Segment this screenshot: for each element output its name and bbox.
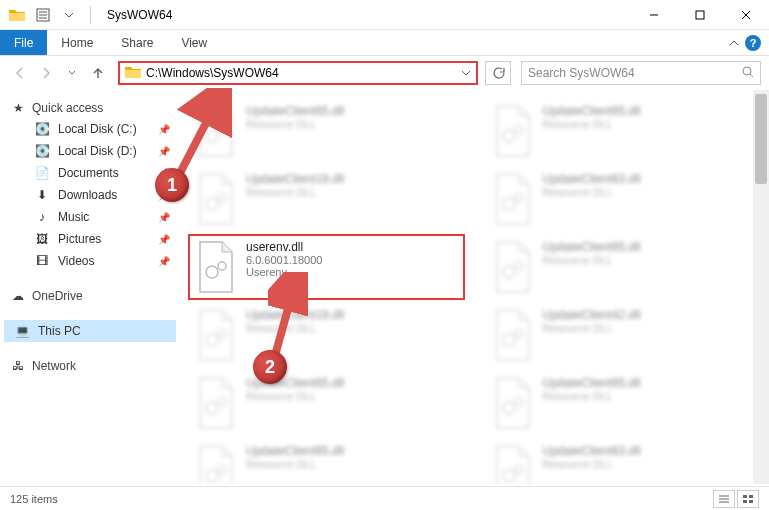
file-item[interactable]: UpdateClient63.dll Resource DLL: [485, 166, 762, 232]
file-desc: Resource DLL: [246, 458, 344, 470]
file-name: UpdateClient65.dll: [543, 240, 641, 254]
help-icon[interactable]: ?: [745, 35, 761, 51]
ribbon: File Home Share View ?: [0, 30, 769, 56]
file-name: UpdateClient65.dll: [543, 376, 641, 390]
svg-line-9: [750, 74, 753, 77]
file-tab[interactable]: File: [0, 30, 47, 55]
svg-rect-37: [743, 495, 747, 498]
file-name: UpdateClient19.dll: [246, 172, 344, 186]
svg-line-42: [276, 280, 296, 352]
sidebar-item-music[interactable]: ♪Music📌: [4, 206, 176, 228]
dll-icon: [194, 308, 238, 362]
downloads-icon: ⬇: [34, 187, 50, 203]
dll-icon: [491, 376, 535, 430]
scrollbar-thumb[interactable]: [755, 94, 767, 184]
sidebar-item-videos[interactable]: 🎞Videos📌: [4, 250, 176, 272]
quick-access-header[interactable]: ★ Quick access: [4, 98, 176, 118]
pc-icon: 💻: [14, 323, 30, 339]
dll-icon: [194, 376, 238, 430]
file-item[interactable]: UpdateClient65.dll Resource DLL: [188, 438, 465, 484]
cloud-icon: ☁: [10, 288, 26, 304]
statusbar: 125 items: [0, 486, 769, 510]
file-item[interactable]: UpdateClient65.dll Resource DLL: [485, 234, 762, 300]
file-desc: Resource DLL: [543, 322, 641, 334]
svg-point-8: [743, 67, 751, 75]
dll-icon: [491, 240, 535, 294]
dll-icon: [491, 308, 535, 362]
file-item[interactable]: UpdateClient63.dll Resource DLL: [485, 438, 762, 484]
view-tab[interactable]: View: [167, 30, 221, 55]
file-name: UpdateClient65.dll: [246, 444, 344, 458]
address-bar[interactable]: C:\Windows\SysWOW64: [118, 61, 478, 85]
maximize-button[interactable]: [677, 0, 723, 30]
search-icon: [742, 66, 754, 81]
dll-icon: [194, 444, 238, 484]
ribbon-expand-icon[interactable]: [729, 34, 739, 52]
search-input[interactable]: Search SysWOW64: [521, 61, 761, 85]
videos-icon: 🎞: [34, 253, 50, 269]
folder-icon: [124, 64, 142, 82]
icons-view-button[interactable]: [737, 490, 759, 508]
svg-rect-39: [743, 500, 747, 503]
file-name: UpdateClient65.dll: [543, 104, 641, 118]
file-name: UpdateClient42.dll: [543, 308, 641, 322]
dll-icon: [491, 172, 535, 226]
svg-rect-38: [749, 495, 753, 498]
file-item[interactable]: UpdateClient65.dll Resource DLL: [485, 98, 762, 164]
recent-dropdown-icon[interactable]: [60, 61, 84, 85]
file-item[interactable]: UpdateClient65.dll Resource DLL: [485, 370, 762, 436]
home-tab[interactable]: Home: [47, 30, 107, 55]
sidebar-item-this-pc[interactable]: 💻This PC: [4, 320, 176, 342]
file-desc: Resource DLL: [246, 186, 344, 198]
dll-icon: [491, 104, 535, 158]
pin-icon: 📌: [158, 256, 170, 267]
file-name: UpdateClient63.dll: [543, 172, 641, 186]
item-count: 125 items: [10, 493, 58, 505]
close-button[interactable]: [723, 0, 769, 30]
sidebar-item-network[interactable]: 🖧Network: [4, 356, 176, 376]
details-view-button[interactable]: [713, 490, 735, 508]
pictures-icon: 🖼: [34, 231, 50, 247]
scrollbar[interactable]: [753, 90, 769, 484]
callout-2: 2: [253, 350, 287, 384]
refresh-button[interactable]: [485, 61, 511, 85]
forward-button[interactable]: [34, 61, 58, 85]
dll-icon: [194, 240, 238, 294]
sidebar-item-pictures[interactable]: 🖼Pictures📌: [4, 228, 176, 250]
arrow-2: [268, 272, 308, 357]
pin-icon: 📌: [158, 212, 170, 223]
address-dropdown-icon[interactable]: [456, 68, 476, 78]
address-text: C:\Windows\SysWOW64: [146, 66, 456, 80]
minimize-button[interactable]: [631, 0, 677, 30]
file-item-userenv[interactable]: userenv.dll 6.0.6001.18000 Userenv: [188, 234, 465, 300]
separator: [90, 6, 91, 24]
drive-icon: 💽: [34, 143, 50, 159]
file-version: 6.0.6001.18000: [246, 254, 322, 266]
sidebar-item-documents[interactable]: 📄Documents📌: [4, 162, 176, 184]
music-icon: ♪: [34, 209, 50, 225]
titlebar: SysWOW64: [0, 0, 769, 30]
folder-icon: [6, 4, 28, 26]
file-desc: Resource DLL: [543, 390, 641, 402]
qat-dropdown-icon[interactable]: [58, 4, 80, 26]
search-placeholder: Search SysWOW64: [528, 66, 635, 80]
sidebar-item-downloads[interactable]: ⬇Downloads📌: [4, 184, 176, 206]
file-item[interactable]: UpdateClient19.dll Resource DLL: [188, 302, 465, 368]
share-tab[interactable]: Share: [107, 30, 167, 55]
file-desc: Resource DLL: [543, 186, 641, 198]
svg-line-41: [180, 96, 220, 173]
file-item[interactable]: UpdateClient42.dll Resource DLL: [485, 302, 762, 368]
file-name: UpdateClient65.dll: [246, 104, 344, 118]
file-item[interactable]: UpdateClient65.dll Resource DLL: [188, 370, 465, 436]
sidebar-item-onedrive[interactable]: ☁OneDrive: [4, 286, 176, 306]
pin-icon: 📌: [158, 124, 170, 135]
arrow-1: [172, 88, 232, 178]
sidebar-item-local-disk-c[interactable]: 💽Local Disk (C:)📌: [4, 118, 176, 140]
star-icon: ★: [10, 100, 26, 116]
up-button[interactable]: [86, 61, 110, 85]
file-desc: Resource DLL: [543, 118, 641, 130]
sidebar-item-local-disk-d[interactable]: 💽Local Disk (D:)📌: [4, 140, 176, 162]
properties-icon[interactable]: [32, 4, 54, 26]
file-desc: Resource DLL: [543, 458, 641, 470]
back-button[interactable]: [8, 61, 32, 85]
